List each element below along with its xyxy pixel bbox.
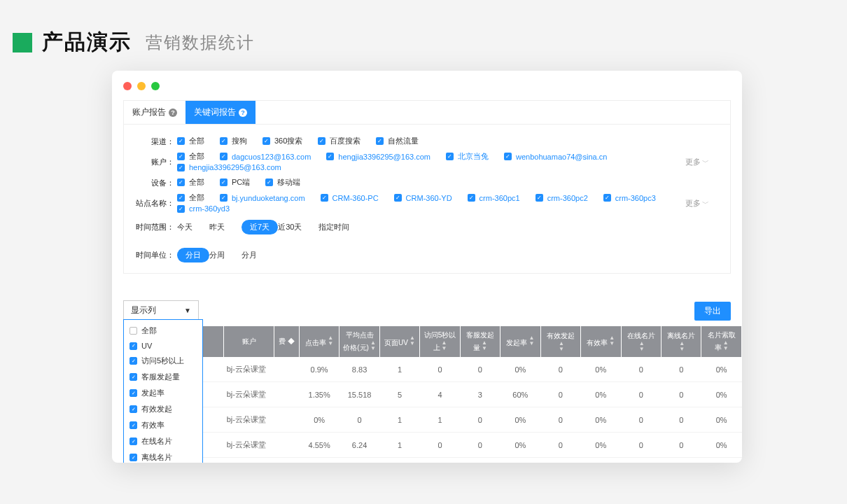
checkbox-icon: ✓ [130,405,137,413]
filter-option[interactable]: ✓CRM-360-YD [394,194,452,202]
filter-option[interactable]: ✓crm-360pc2 [536,194,588,202]
export-button[interactable]: 导出 [694,302,731,321]
filter-option[interactable]: ✓全部 [177,192,204,203]
sort-icon[interactable]: ▲▼ [639,341,645,352]
filter-option[interactable]: ✓全部 [177,136,204,146]
column-header[interactable]: 费 ◆ [274,326,299,357]
checkbox-icon: ✓ [603,194,611,202]
time-option[interactable]: 近30天 [278,222,302,232]
column-header[interactable]: 平均点击价格(元)▲▼ [340,326,379,357]
close-icon[interactable] [123,82,132,90]
report-panel: 账户报告 ? 关键词报告 ? 渠道： ✓全部✓搜狗✓360搜索✓百度搜索✓自然流… [123,100,731,274]
column-header[interactable]: 页面UV▲▼ [379,326,419,357]
table-row: bj-云朵课堂 0%0000 0%00%000% [123,458,742,463]
help-icon[interactable]: ? [239,108,247,117]
filter-option[interactable]: ✓搜狗 [220,136,247,146]
filter-option[interactable]: ✓移动端 [265,177,300,188]
sort-icon[interactable]: ▲▼ [723,340,729,351]
window-controls [112,82,742,100]
filter-option[interactable]: ✓crm-360pc1 [468,194,520,202]
column-header[interactable]: 发起率▲▼ [500,326,540,357]
dropdown-item[interactable]: ✓客服发起量 [124,369,202,385]
dropdown-item[interactable]: ✓发起率 [124,385,202,401]
more-link[interactable]: 更多﹀ [685,198,709,209]
tab-label: 账户报告 [132,106,166,118]
dropdown-item[interactable]: 全部 [124,323,202,339]
tab-account-report[interactable]: 账户报告 ? [124,101,186,124]
checkbox-icon: ✓ [220,137,227,145]
time-option[interactable]: 指定时间 [318,222,349,232]
column-header[interactable]: 名片索取率▲▼ [701,326,742,357]
filter-timeunit: 时间单位： 分日分周分月 [135,245,719,265]
sort-icon[interactable]: ▲▼ [410,335,415,346]
unit-option[interactable]: 分周 [209,250,225,260]
checkbox-icon: ✓ [130,454,137,461]
filter-option[interactable]: ✓百度搜索 [318,136,360,146]
column-select[interactable]: 显示列 ▼ 全部✓UV✓访问5秒以上✓客服发起量✓发起率✓有效发起✓有效率✓在线… [123,300,199,321]
column-header[interactable]: 有效发起▲▼ [540,326,580,357]
dropdown-item[interactable]: ✓有效率 [124,417,202,433]
checkbox-icon: ✓ [446,153,454,160]
filter-option[interactable]: ✓360搜索 [262,136,302,146]
checkbox-icon: ✓ [177,137,185,145]
filter-panel: 渠道： ✓全部✓搜狗✓360搜索✓百度搜索✓自然流量 账户： ✓全部✓dagcu… [124,125,730,273]
time-option-active[interactable]: 近7天 [241,220,278,234]
checkbox-icon: ✓ [220,153,227,160]
unit-option[interactable]: 分月 [241,250,257,260]
filter-option[interactable]: ✓hengjia3396295@163.com [326,153,430,161]
filter-option[interactable]: ✓全部 [177,177,204,188]
accent-block [13,33,32,52]
dropdown-item[interactable]: ✓在线名片 [124,433,202,449]
checkbox-icon: ✓ [130,342,137,350]
checkbox-icon: ✓ [130,438,137,445]
help-icon[interactable]: ? [169,108,177,117]
minimize-icon[interactable] [137,82,146,90]
filter-option[interactable]: ✓crm-360yd3 [177,204,230,213]
column-header[interactable]: 客服发起量▲▼ [460,326,500,357]
filter-option[interactable]: ✓CRM-360-PC [321,194,379,202]
filter-option[interactable]: ✓dagcuos123@163.com [220,153,311,161]
filter-option[interactable]: ✓自然流量 [376,136,419,146]
column-header[interactable]: 离线名片▲▼ [661,326,701,357]
filter-option[interactable]: ✓bj.yunduoketang.com [220,194,305,202]
checkbox-icon: ✓ [220,178,227,186]
filter-option[interactable]: ✓crm-360pc3 [603,194,656,202]
filter-option[interactable]: ✓PC端 [220,177,250,188]
filter-option[interactable]: ✓hengjia3396295@163.com [177,163,281,172]
maximize-icon[interactable] [151,82,160,90]
column-header[interactable]: 点击率▲▼ [299,326,339,357]
checkbox-icon: ✓ [321,194,328,202]
time-option[interactable]: 昨天 [209,222,225,232]
sort-icon[interactable]: ▲▼ [609,335,615,346]
sort-icon[interactable]: ▲▼ [559,341,564,352]
sort-icon[interactable]: ▲▼ [328,335,333,346]
dropdown-item[interactable]: ✓UV [124,339,202,353]
sort-icon[interactable]: ▲▼ [370,340,376,351]
chevron-down-icon: ﹀ [702,158,709,167]
sort-icon[interactable]: ▲▼ [528,335,534,346]
filter-option[interactable]: ✓wenbohuamao74@sina.cn [504,153,607,161]
sort-icon[interactable]: ▲▼ [482,340,487,351]
column-header[interactable]: 有效率▲▼ [581,326,621,357]
column-header[interactable]: 访问5秒以上▲▼ [420,326,460,357]
filter-option[interactable]: ✓全部 [177,151,204,162]
unit-option-active[interactable]: 分日 [177,248,209,262]
column-header[interactable]: 在线名片▲▼ [621,326,661,357]
checkbox-icon: ✓ [318,137,326,145]
checkbox-icon: ✓ [130,373,137,381]
dropdown-item[interactable]: ✓有效发起 [124,401,202,417]
filter-option[interactable]: ✓北京当兔 [446,151,489,162]
table-row: bj-云朵课堂 1.35%15.518543 60%00%000% [123,382,742,407]
time-option[interactable]: 今天 [177,222,192,232]
checkbox-icon: ✓ [177,194,185,202]
tab-keyword-report[interactable]: 关键词报告 ? [186,101,255,124]
dropdown-item[interactable]: ✓访问5秒以上 [124,353,202,369]
checkbox-icon: ✓ [326,153,334,160]
dropdown-item[interactable]: ✓离线名片 [124,449,202,463]
sort-icon[interactable]: ▲▼ [442,340,447,351]
more-link[interactable]: 更多﹀ [685,157,709,167]
column-header[interactable]: 账户 [224,326,274,357]
column-dropdown: 全部✓UV✓访问5秒以上✓客服发起量✓发起率✓有效发起✓有效率✓在线名片✓离线名… [123,319,203,463]
sort-icon[interactable]: ▲▼ [679,341,685,352]
page-title: 产品演示 [42,28,132,57]
